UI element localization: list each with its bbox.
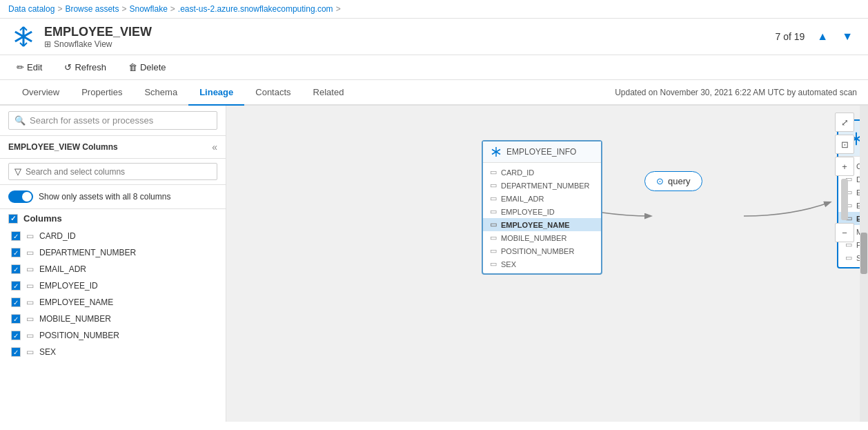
source-node-fields: ▭CARD_ID▭DEPARTMENT_NUMBER▭EMAIL_ADR▭EMP… [483, 163, 601, 273]
breadcrumb-browse-assets[interactable]: Browse assets [65, 4, 119, 14]
breadcrumb-snowflake[interactable]: Snowflake [129, 4, 167, 14]
source-field: ▭MOBILE_NUMBER [483, 231, 601, 244]
zoom-slider[interactable] [841, 179, 848, 220]
next-button[interactable]: ▼ [838, 29, 857, 44]
source-field: ▭EMPLOYEE_ID [483, 205, 601, 218]
source-field: ▭DEPARTMENT_NUMBER [483, 179, 601, 192]
column-name: POSITION_NUMBER [39, 331, 119, 340]
collapse-panel-button[interactable]: « [212, 141, 217, 153]
canvas-scrollbar[interactable] [860, 106, 868, 422]
columns-search-input[interactable] [26, 167, 211, 177]
field-name: CARD_ID [501, 168, 534, 177]
column-type-icon: ▭ [26, 248, 34, 257]
field-icon: ▭ [490, 260, 497, 268]
list-item: ▭ EMPLOYEE_ID [0, 277, 226, 294]
expand-canvas-button[interactable]: ⤢ [835, 113, 854, 132]
column-type-icon: ▭ [26, 264, 34, 274]
column-type-icon: ▭ [26, 297, 34, 307]
toggle-all-columns[interactable] [8, 190, 33, 203]
column-name: EMPLOYEE_NAME [39, 297, 113, 307]
source-node-icon [490, 146, 502, 158]
breadcrumb-url[interactable]: .east-us-2.azure.snowflakecomputing.com [178, 4, 333, 14]
source-field: ▭EMAIL_ADR [483, 192, 601, 205]
source-node: EMPLOYEE_INFO ▭CARD_ID▭DEPARTMENT_NUMBER… [482, 140, 602, 275]
search-assets-input[interactable] [30, 115, 211, 126]
zoom-in-button[interactable]: + [835, 157, 854, 176]
columns-group-header: Columns [0, 209, 226, 228]
field-icon: ▭ [490, 194, 497, 203]
breadcrumb-sep1: > [57, 4, 62, 14]
view-icon: ⊞ [44, 39, 51, 49]
column-checkbox[interactable] [11, 264, 21, 274]
column-checkbox[interactable] [11, 314, 21, 324]
breadcrumb-data-catalog[interactable]: Data catalog [8, 4, 55, 14]
column-checkbox[interactable] [11, 281, 21, 291]
field-name: EMAIL_ADR [501, 195, 544, 203]
source-field: ▭POSITION_NUMBER [483, 244, 601, 257]
column-checkbox[interactable] [11, 297, 21, 307]
previous-button[interactable]: ▲ [813, 29, 832, 44]
snowflake-logo [11, 24, 36, 49]
column-name: CARD_ID [39, 231, 76, 241]
zoom-out-button[interactable]: − [835, 223, 854, 242]
list-item: ▭ CARD_ID [0, 228, 226, 244]
header-title-block: EMPLOYEE_VIEW ⊞ Snowflake View [44, 25, 775, 49]
tab-related[interactable]: Related [302, 80, 355, 106]
column-checkbox[interactable] [11, 231, 21, 241]
source-field: ▭CARD_ID [483, 166, 601, 179]
columns-search-section: ▽ [0, 159, 226, 185]
tab-lineage[interactable]: Lineage [188, 80, 244, 106]
canvas-scrollbar-thumb [860, 233, 867, 274]
list-item: ▭ EMPLOYEE_NAME [0, 294, 226, 311]
column-name: SEX [39, 347, 56, 357]
column-checkbox[interactable] [11, 248, 21, 257]
toolbar: ✏ Edit ↺ Refresh 🗑 Delete [0, 55, 868, 80]
left-panel: 🔍 EMPLOYEE_VIEW Columns « ▽ Show only as… [0, 106, 226, 422]
column-name: MOBILE_NUMBER [39, 314, 111, 324]
tab-overview[interactable]: Overview [11, 80, 70, 106]
columns-section-title: EMPLOYEE_VIEW Columns [8, 142, 118, 152]
delete-button[interactable]: 🗑 Delete [123, 59, 172, 75]
query-label: query [668, 176, 691, 186]
field-name: MOBILE_NUMBER [501, 234, 566, 242]
field-name: DEPARTMENT_NUMBER [501, 182, 590, 190]
breadcrumb-sep3: > [170, 4, 175, 14]
columns-group-label: Columns [23, 213, 62, 224]
field-icon: ▭ [845, 253, 852, 262]
updated-info: Updated on November 30, 2021 6:22 AM UTC… [615, 88, 857, 97]
column-checkbox[interactable] [11, 331, 21, 340]
search-assets-section: 🔍 [0, 106, 226, 136]
filter-icon: ▽ [14, 166, 21, 177]
tab-schema[interactable]: Schema [133, 80, 188, 106]
page-counter: 7 of 19 [775, 31, 805, 42]
column-type-icon: ▭ [26, 347, 34, 357]
column-checkbox[interactable] [11, 347, 21, 357]
toggle-label: Show only assets with all 8 columns [39, 192, 170, 202]
edit-icon: ✏ [17, 62, 24, 72]
field-icon: ▭ [490, 220, 497, 229]
query-icon: ⊙ [656, 176, 664, 186]
search-assets-box[interactable]: 🔍 [8, 111, 217, 130]
delete-icon: 🗑 [128, 62, 137, 72]
list-item: ▭ MOBILE_NUMBER [0, 311, 226, 327]
fit-canvas-button[interactable]: ⊡ [835, 135, 854, 154]
tab-contacts[interactable]: Contacts [244, 80, 302, 106]
breadcrumb-sep4: > [336, 4, 341, 14]
field-icon: ▭ [490, 246, 497, 255]
edit-button[interactable]: ✏ Edit [11, 59, 48, 75]
column-type-icon: ▭ [26, 231, 34, 241]
header-subtitle: ⊞ Snowflake View [44, 39, 775, 49]
query-bubble: ⊙ query [644, 171, 702, 191]
column-items-list: ▭ CARD_ID ▭ DEPARTMENT_NUMBER ▭ EMAIL_AD… [0, 228, 226, 360]
columns-search-box[interactable]: ▽ [8, 163, 217, 180]
column-type-icon: ▭ [26, 314, 34, 324]
tab-properties[interactable]: Properties [70, 80, 133, 106]
field-name: EMPLOYEE_NAME [501, 221, 570, 229]
field-name: SEX [501, 260, 516, 268]
page-title: EMPLOYEE_VIEW [44, 25, 775, 39]
column-name: EMAIL_ADR [39, 264, 86, 274]
columns-group-checkbox[interactable] [8, 214, 18, 224]
column-type-icon: ▭ [26, 331, 34, 340]
refresh-button[interactable]: ↺ Refresh [59, 59, 112, 75]
svg-point-14 [855, 137, 858, 140]
